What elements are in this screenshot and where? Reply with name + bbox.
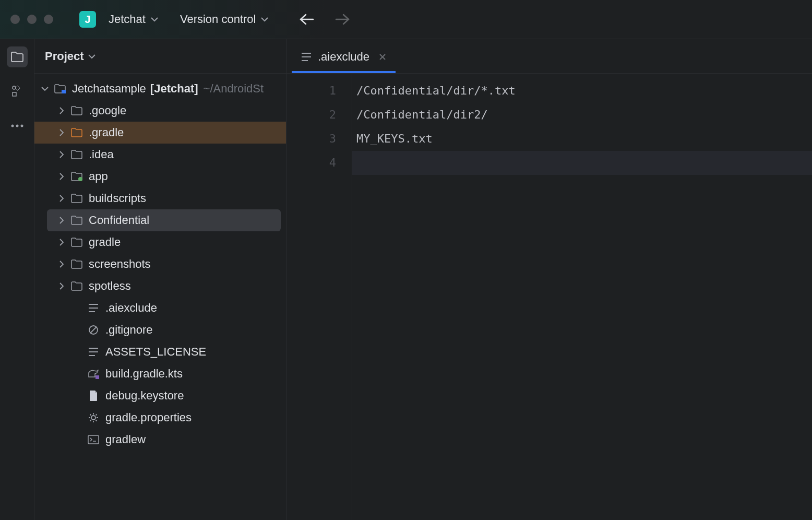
tree-item-label: gradle [89,235,121,249]
folder-icon [70,216,83,225]
project-name-label: Jetchat [109,13,146,26]
folder-icon [70,259,83,269]
gutter-line-number: 4 [286,151,352,175]
tab-bar: .aiexclude [286,39,812,74]
chevron-down-icon [41,86,49,91]
arrow-right-icon [335,14,350,25]
tree-item[interactable]: gradlew [34,429,286,451]
gutter-line-number: 3 [286,127,352,151]
chevron-right-icon [59,239,64,246]
tree-item-label: buildscripts [89,192,146,205]
gutter-line-number: 1 [286,79,352,103]
tree-item-label: .gradle [89,126,124,139]
tree-item[interactable]: ASSETS_LICENSE [34,341,286,363]
project-tool-button[interactable] [7,46,28,67]
folder-orange-icon [70,128,83,137]
svg-point-2 [11,125,14,127]
file-lines-icon [301,52,312,62]
tree-item[interactable]: screenshots [34,253,286,275]
tab-label: .aiexclude [318,50,369,64]
nav-arrows [300,14,350,25]
more-horizontal-icon [11,124,23,127]
svg-point-16 [91,416,95,420]
nav-back-button[interactable] [300,14,314,25]
project-tree[interactable]: Jetchatsample [Jetchat] ~/AndroidSt .goo… [34,74,286,520]
folder-icon [70,238,83,247]
chevron-down-icon [151,17,158,22]
chevron-down-icon [88,54,95,59]
file-lines-icon [87,303,100,313]
tree-item[interactable]: app [34,166,286,187]
editor-tab[interactable]: .aiexclude [292,43,396,73]
version-control-dropdown[interactable]: Version control [175,9,274,29]
panel-header: Project [34,39,286,74]
svg-point-6 [78,177,82,181]
folder-icon [70,106,83,115]
editor-area: .aiexclude 1234 /Confidential/dir/*.txt/… [286,39,812,520]
tree-item-label: gradle.properties [105,411,192,424]
tree-item[interactable]: spotless [34,275,286,297]
gutter: 1234 [286,74,352,520]
tree-item[interactable]: .gradle [34,122,286,144]
tree-item[interactable]: debug.keystore [34,385,286,407]
editor-body[interactable]: 1234 /Confidential/dir/*.txt/Confidentia… [286,74,812,520]
titlebar: J Jetchat Version control [0,0,812,39]
tree-item[interactable]: build.gradle.kts [34,363,286,385]
chevron-right-icon [59,151,64,158]
code-line[interactable] [352,151,812,175]
tree-root-suffix: [Jetchat] [150,82,198,96]
tree-root[interactable]: Jetchatsample [Jetchat] ~/AndroidSt [34,78,286,100]
chevron-down-icon [261,17,268,22]
project-dropdown[interactable]: Jetchat [103,9,163,29]
code-content[interactable]: /Confidential/dir/*.txt/Confidential/dir… [352,74,812,520]
panel-title-label: Project [45,50,84,63]
file-gear-icon [87,412,100,423]
folder-icon [70,281,83,291]
file-ignore-icon [87,325,100,335]
nav-forward-button[interactable] [335,14,350,25]
tree-root-path: ~/AndroidSt [204,82,264,96]
tree-item[interactable]: .aiexclude [34,297,286,319]
tree-item[interactable]: Confidential [47,209,281,231]
chevron-right-icon [59,107,64,114]
tree-item-label: Confidential [89,214,149,227]
vcs-label: Version control [180,13,256,26]
structure-tool-button[interactable] [7,81,28,102]
svg-rect-5 [62,90,66,93]
tree-item[interactable]: .gitignore [34,319,286,341]
chevron-right-icon [59,129,64,136]
file-generic-icon [87,390,100,401]
structure-icon [11,85,23,98]
tree-item-label: gradlew [105,433,146,446]
project-panel: Project Jetchatsample [Jetchat] ~/Androi… [34,39,286,520]
tree-item-label: app [89,170,108,183]
chevron-right-icon [59,282,64,290]
close-window-button[interactable] [10,15,20,24]
minimize-window-button[interactable] [27,15,37,24]
svg-point-4 [20,125,23,127]
tree-item-label: debug.keystore [105,389,184,403]
tree-item-label: .google [89,104,126,117]
tree-root-name: Jetchatsample [72,82,146,96]
module-icon [70,172,83,181]
more-tool-button[interactable] [7,115,28,136]
tree-item[interactable]: gradle [34,231,286,253]
svg-rect-1 [13,92,16,96]
maximize-window-button[interactable] [44,15,53,24]
tree-item-label: build.gradle.kts [105,367,183,381]
tree-item-label: .gitignore [105,323,153,337]
code-line[interactable]: MY_KEYS.txt [352,127,812,151]
tree-item[interactable]: .google [34,100,286,122]
code-line[interactable]: /Confidential/dir/*.txt [352,79,812,103]
tree-item[interactable]: .idea [34,144,286,166]
file-terminal-icon [87,435,100,444]
tree-item[interactable]: buildscripts [34,187,286,209]
tree-item-label: ASSETS_LICENSE [105,345,206,359]
tree-item-label: spotless [89,279,131,293]
code-line[interactable]: /Confidential/dir2/ [352,103,812,127]
svg-point-3 [16,125,18,127]
svg-rect-17 [88,435,99,444]
tree-item[interactable]: gradle.properties [34,407,286,429]
tab-close-button[interactable] [379,53,386,61]
panel-view-dropdown[interactable]: Project [45,50,95,63]
